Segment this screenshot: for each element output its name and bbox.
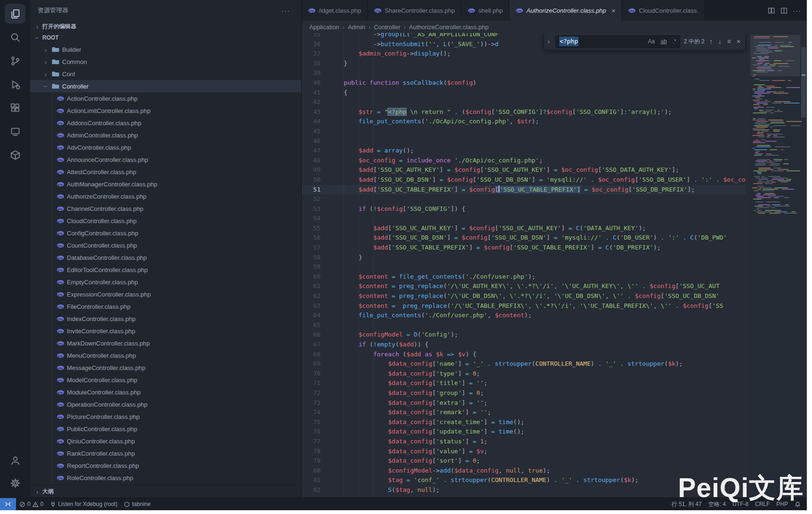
tree-folder-builder[interactable]: ›Builder	[30, 43, 301, 56]
tab--idget-class-php[interactable]: /idget.class.php	[302, 0, 368, 21]
tree-file-publiccontroller-class-php[interactable]: PublicController.class.php	[30, 423, 301, 435]
extensions-icon[interactable]	[5, 98, 25, 118]
sidebar-more-actions-icon[interactable]: ···	[281, 7, 294, 15]
tree-file-announcecontroller-class-php[interactable]: AnnounceController.class.php	[30, 153, 301, 166]
problems-indicator[interactable]: 0 0	[16, 498, 47, 510]
find-previous-icon[interactable]: ↑	[708, 37, 714, 47]
code-line-46: 46	[302, 137, 746, 146]
tree-file-attestcontroller-class-php[interactable]: AttestController.class.php	[30, 166, 301, 178]
tree-file-configcontroller-class-php[interactable]: ConfigController.class.php	[30, 227, 301, 239]
tree-file-rolecontroller-class-php[interactable]: RoleController.class.php	[30, 472, 301, 484]
find-in-selection-icon[interactable]: ≡	[726, 37, 732, 47]
tree-file-messagecontroller-class-php[interactable]: MessageController.class.php	[30, 361, 301, 374]
eol[interactable]: CRLF	[752, 501, 773, 507]
tree-file-editortoolcontroller-class-php[interactable]: EditorToolController.class.php	[30, 264, 301, 276]
breadcrumb-item[interactable]: Admin	[348, 24, 365, 31]
tab-shell-php[interactable]: shell.php	[461, 0, 509, 21]
match-case-icon[interactable]: Aa	[647, 36, 657, 47]
tree-file-reportcontroller-class-php[interactable]: ReportController.class.php	[30, 459, 301, 472]
split-editor-icon[interactable]	[767, 7, 775, 15]
explorer-icon[interactable]	[5, 4, 25, 24]
cursor-position[interactable]: 行 51, 列 47	[668, 500, 705, 508]
open-editors-section[interactable]: › 打开的编辑器	[30, 21, 301, 32]
xdebug-status[interactable]: Listen for Xdebug (root)	[47, 498, 121, 510]
regex-icon[interactable]: .*	[671, 36, 678, 47]
tabnine-status[interactable]: tabnine	[121, 498, 153, 510]
encoding[interactable]: UTF-8	[729, 501, 752, 507]
tree-file-modelcontroller-class-php[interactable]: ModelController.class.php	[30, 374, 301, 386]
tree-file-rankcontroller-class-php[interactable]: RankController.class.php	[30, 447, 301, 459]
tab-sharecontroller-class-php[interactable]: ShareController.class.php	[368, 0, 461, 21]
tree-file-markdowncontroller-class-php[interactable]: MarkDownController.class.php	[30, 337, 301, 349]
tree-file-authorizecontroller-class-php[interactable]: AuthorizeController.class.php	[30, 190, 301, 202]
tree-file-picturecontroller-class-php[interactable]: PictureController.class.php	[30, 410, 301, 423]
indentation[interactable]: 空格: 4	[705, 500, 729, 508]
tree-folder-common[interactable]: ›Common	[30, 56, 301, 68]
tree-file-operationcontroller-class-php[interactable]: OperationController.class.php	[30, 398, 301, 410]
tree-file-databasecontroller-class-php[interactable]: DatabaseController.class.php	[30, 251, 301, 264]
tree-file-emptycontroller-class-php[interactable]: EmptyController.class.php	[30, 276, 301, 288]
tree-file-authmanagercontroller-class-php[interactable]: AuthManagerController.class.php	[30, 178, 301, 190]
toggle-replace-icon[interactable]: ›	[546, 37, 552, 47]
tree-file-schedulecontroller-class-php[interactable]: ScheduleController.class.php	[30, 484, 301, 485]
vertical-scrollbar[interactable]	[800, 33, 807, 498]
tree-folder-conf[interactable]: ›Conf	[30, 68, 301, 80]
line-number: 51	[302, 185, 329, 195]
tree-file-indexcontroller-class-php[interactable]: IndexController.class.php	[30, 313, 301, 325]
code-line-55: 55 $add['SSO_UC_AUTH_KEY'] = $config['SS…	[302, 224, 746, 233]
minimap[interactable]	[750, 33, 800, 498]
tab-cloudcontroller-class-[interactable]: CloudController.class.	[622, 0, 705, 21]
close-find-icon[interactable]: ×	[736, 37, 741, 47]
whole-word-icon[interactable]: ab	[659, 36, 668, 47]
run-debug-icon[interactable]	[5, 74, 25, 94]
remote-indicator[interactable]	[0, 498, 16, 510]
scrollbar-thumb[interactable]	[801, 47, 806, 118]
source-control-icon[interactable]	[5, 51, 25, 71]
tree-file-filecontroller-class-php[interactable]: FileController.class.php	[30, 300, 301, 313]
vscode-window: 资源管理器 ··· › 打开的编辑器 › ROOT ›Builder›Commo…	[0, 0, 807, 510]
language-mode[interactable]: PHP	[773, 501, 791, 507]
tree-file-channelcontroller-class-php[interactable]: ChannelController.class.php	[30, 202, 301, 215]
package-icon[interactable]	[5, 145, 25, 165]
account-icon[interactable]	[5, 450, 25, 470]
tree-file-addonscontroller-class-php[interactable]: AddonsController.class.php	[30, 117, 301, 129]
php-file-icon	[56, 425, 64, 433]
code-editor[interactable]: 35 ->group(L('_AS_AN_APPLICATION_CONF36 …	[302, 33, 807, 498]
tree-folder-controller[interactable]: ›Controller	[30, 80, 301, 92]
breadcrumb-item[interactable]: AuthorizeController.class.php	[409, 24, 489, 31]
tab-authorizecontroller-class-php[interactable]: AuthorizeController.class.php×	[509, 0, 622, 21]
find-input[interactable]: <?php Aa ab .*	[555, 35, 680, 48]
notifications-bell-icon[interactable]	[791, 501, 804, 507]
more-actions-icon[interactable]: ···	[793, 7, 801, 15]
tree-file-modulecontroller-class-php[interactable]: ModuleController.class.php	[30, 386, 301, 398]
remote-explorer-icon[interactable]	[5, 121, 25, 141]
tree-file-expressioncontroller-class-php[interactable]: ExpressionController.class.php	[30, 288, 301, 300]
tree-file-actioncontroller-class-php[interactable]: ActionController.class.php	[30, 92, 301, 104]
search-icon[interactable]	[5, 27, 25, 47]
tree-file-actionlimitcontroller-class-php[interactable]: ActionLimitController.class.php	[30, 104, 301, 117]
tree-file-advcontroller-class-php[interactable]: AdvController.class.php	[30, 141, 301, 153]
php-file-icon	[56, 450, 64, 457]
close-icon[interactable]: ×	[611, 7, 616, 15]
toggle-layout-icon[interactable]	[780, 7, 788, 15]
tree-file-cloudcontroller-class-php[interactable]: CloudController.class.php	[30, 215, 301, 227]
settings-gear-icon[interactable]	[5, 473, 25, 493]
code-line-74: 74 $data_config['remark'] = '';	[302, 408, 746, 418]
editor-actions: ···	[762, 0, 807, 21]
root-section[interactable]: › ROOT	[30, 32, 301, 43]
overview-find-mark	[802, 74, 805, 76]
line-number: 69	[302, 359, 329, 369]
outline-section[interactable]: › 大纲	[30, 485, 301, 498]
php-file-icon	[56, 254, 64, 261]
chevron-down-icon: ›	[34, 34, 41, 41]
line-number: 49	[302, 165, 329, 175]
breadcrumb-item[interactable]: Controller	[374, 24, 400, 31]
tree-file-invitecontroller-class-php[interactable]: InviteController.class.php	[30, 325, 301, 337]
xdebug-listen-icon	[50, 501, 56, 507]
tree-file-qiniucontroller-class-php[interactable]: QiniuController.class.php	[30, 435, 301, 447]
tree-file-admincontroller-class-php[interactable]: AdminController.class.php	[30, 129, 301, 141]
tree-file-countcontroller-class-php[interactable]: CountController.class.php	[30, 239, 301, 251]
tree-file-menucontroller-class-php[interactable]: MenuController.class.php	[30, 349, 301, 361]
breadcrumb-item[interactable]: Application	[309, 24, 339, 31]
find-next-icon[interactable]: ↓	[717, 37, 723, 47]
